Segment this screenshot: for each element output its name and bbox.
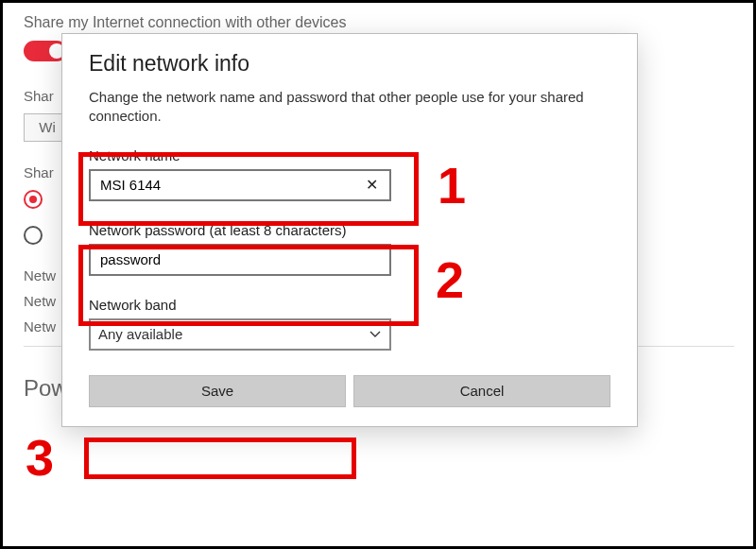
network-name-label: Network name (89, 147, 610, 163)
dialog-button-row: Save Cancel (89, 375, 610, 407)
network-band-label: Network band (89, 297, 610, 313)
network-band-value: Any available (98, 326, 182, 342)
save-button[interactable]: Save (89, 375, 346, 407)
network-name-field: Network name ✕ (89, 147, 610, 201)
network-password-field: Network password (at least 8 characters) (89, 222, 610, 276)
network-band-select[interactable]: Any available (89, 318, 391, 351)
network-password-input-wrap[interactable] (89, 244, 391, 276)
radio-unchecked-icon (24, 226, 43, 245)
network-password-label: Network password (at least 8 characters) (89, 222, 610, 238)
edit-network-dialog: Edit network info Change the network nam… (61, 33, 638, 427)
radio-checked-icon (24, 190, 43, 209)
dialog-title: Edit network info (89, 51, 610, 77)
network-band-field: Network band Any available (89, 297, 610, 351)
cancel-button[interactable]: Cancel (353, 375, 610, 407)
clear-icon[interactable]: ✕ (362, 176, 382, 194)
dialog-description: Change the network name and password tha… (89, 88, 610, 127)
share-connection-heading: Share my Internet connection with other … (24, 14, 734, 31)
chevron-down-icon (369, 328, 382, 341)
network-name-input[interactable] (98, 176, 362, 194)
network-password-input[interactable] (98, 250, 382, 268)
network-name-input-wrap[interactable]: ✕ (89, 169, 391, 201)
